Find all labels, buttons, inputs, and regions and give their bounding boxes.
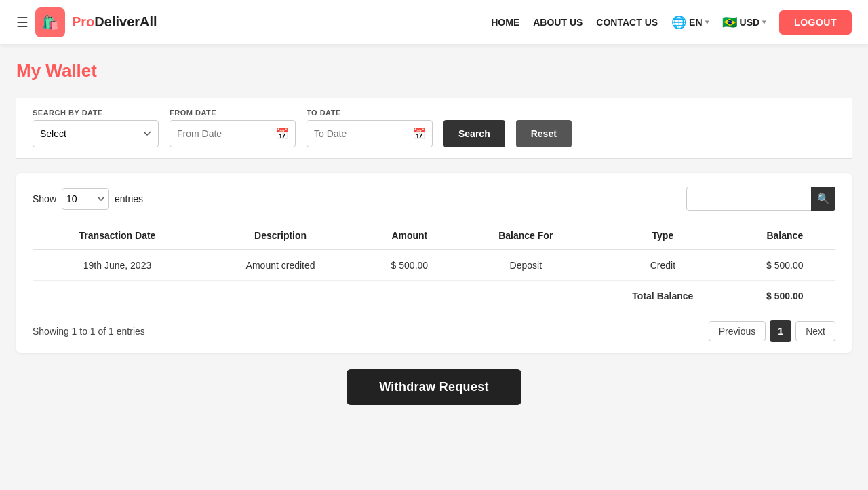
col-balance-for: Balance For — [460, 222, 592, 250]
currency-flag: 🇧🇷 — [722, 15, 737, 30]
transactions-table: Transaction Date Description Amount Bala… — [33, 222, 835, 311]
entries-label: entries — [115, 193, 143, 204]
lang-chevron-icon: ▾ — [705, 18, 709, 26]
search-by-date-group: SEARCH BY DATE Select — [33, 109, 159, 147]
filter-bar: SEARCH BY DATE Select FROM DATE 📅 TO DAT… — [16, 98, 852, 159]
cell-amount: $ 500.00 — [359, 250, 460, 281]
navbar: ☰ 🛍️ ProDeliverAll HOME ABOUT US CONTACT… — [0, 0, 868, 44]
search-by-date-select[interactable]: Select — [33, 120, 159, 147]
col-balance: Balance — [734, 222, 835, 250]
navbar-right: HOME ABOUT US CONTACT US 🌐 EN ▾ 🇧🇷 USD ▾… — [491, 10, 852, 35]
language-selector[interactable]: 🌐 EN ▾ — [671, 15, 708, 30]
cell-description: Amount credited — [202, 250, 359, 281]
navbar-left: ☰ 🛍️ ProDeliverAll — [16, 7, 157, 37]
previous-button[interactable]: Previous — [709, 321, 766, 341]
table-controls: Show 10 25 50 100 entries 🔍 — [33, 187, 835, 211]
to-date-calendar-icon[interactable]: 📅 — [412, 128, 426, 140]
col-description: Description — [202, 222, 359, 250]
logout-button[interactable]: LOGOUT — [779, 10, 852, 35]
brand-pro: Pro — [72, 14, 94, 29]
to-date-group: TO DATE 📅 — [307, 109, 433, 147]
table-header-row: Transaction Date Description Amount Bala… — [33, 222, 835, 250]
table-search-button[interactable]: 🔍 — [811, 187, 835, 211]
cell-balance: $ 500.00 — [734, 250, 835, 281]
currency-label: USD — [740, 17, 760, 28]
to-date-wrap: 📅 — [307, 120, 433, 147]
cell-date: 19th June, 2023 — [33, 250, 202, 281]
from-date-group: FROM DATE 📅 — [170, 109, 296, 147]
withdraw-request-button[interactable]: Withdraw Request — [347, 369, 521, 405]
from-date-label: FROM DATE — [170, 109, 296, 117]
to-date-label: TO DATE — [307, 109, 433, 117]
nav-home[interactable]: HOME — [491, 17, 519, 28]
total-label: Total Balance — [591, 281, 734, 312]
cell-balance-for: Deposit — [460, 250, 592, 281]
brand-name: ProDeliverAll — [72, 14, 157, 30]
lang-label: EN — [689, 17, 702, 28]
currency-chevron-icon: ▾ — [762, 18, 766, 26]
show-label: Show — [33, 193, 56, 204]
show-entries: Show 10 25 50 100 entries — [33, 188, 143, 210]
nav-contact[interactable]: CONTACT US — [596, 17, 658, 28]
entries-select[interactable]: 10 25 50 100 — [62, 188, 109, 210]
showing-text: Showing 1 to 1 of 1 entries — [33, 326, 145, 337]
current-page-number[interactable]: 1 — [770, 320, 791, 342]
lang-flag: 🌐 — [671, 15, 686, 30]
total-value: $ 500.00 — [734, 281, 835, 312]
table-section: Show 10 25 50 100 entries 🔍 Transaction … — [16, 173, 852, 353]
from-date-wrap: 📅 — [170, 120, 296, 147]
withdraw-section: Withdraw Request — [16, 369, 852, 405]
total-empty — [33, 281, 591, 312]
page-title: My Wallet — [16, 60, 852, 81]
reset-button[interactable]: Reset — [516, 120, 572, 147]
col-amount: Amount — [359, 222, 460, 250]
hamburger-icon[interactable]: ☰ — [16, 14, 28, 31]
brand-deliver: DeliverAll — [94, 14, 157, 29]
search-by-date-label: SEARCH BY DATE — [33, 109, 159, 117]
pagination-row: Showing 1 to 1 of 1 entries Previous 1 N… — [33, 320, 835, 342]
pagination-controls: Previous 1 Next — [709, 320, 835, 342]
table-search-wrap: 🔍 — [686, 187, 835, 211]
table-row: 19th June, 2023 Amount credited $ 500.00… — [33, 250, 835, 281]
from-date-calendar-icon[interactable]: 📅 — [275, 128, 289, 140]
logo-icon: 🛍️ — [35, 7, 65, 37]
currency-selector[interactable]: 🇧🇷 USD ▾ — [722, 15, 766, 30]
col-transaction-date: Transaction Date — [33, 222, 202, 250]
search-button[interactable]: Search — [443, 120, 505, 147]
total-row: Total Balance $ 500.00 — [33, 281, 835, 312]
col-type: Type — [591, 222, 734, 250]
page-content: My Wallet SEARCH BY DATE Select FROM DAT… — [0, 44, 868, 432]
nav-about[interactable]: ABOUT US — [533, 17, 583, 28]
cell-type: Credit — [591, 250, 734, 281]
next-button[interactable]: Next — [795, 321, 835, 341]
